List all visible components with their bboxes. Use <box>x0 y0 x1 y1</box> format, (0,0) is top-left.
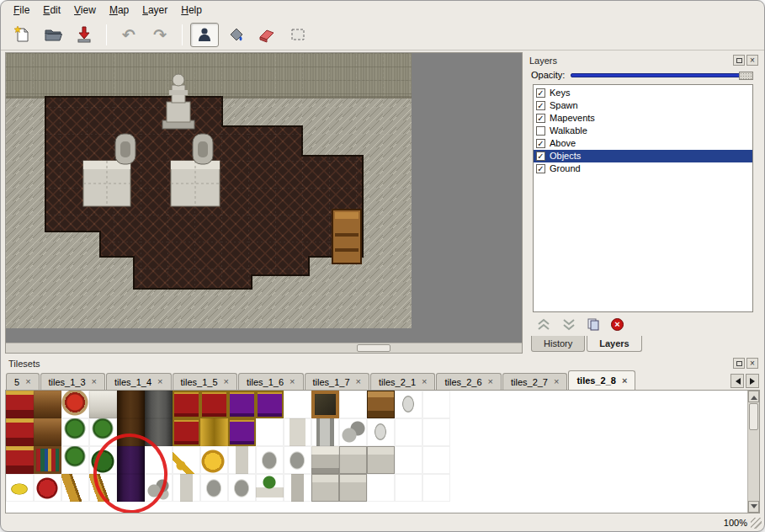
tab-close-icon[interactable]: × <box>622 376 627 386</box>
tab-close-icon[interactable]: × <box>290 377 295 386</box>
tile-curtain[interactable] <box>200 418 228 446</box>
visibility-checkbox[interactable]: ✓ <box>536 101 545 110</box>
scroll-up-button[interactable] <box>748 391 759 402</box>
layer-row-walkable[interactable]: Walkable <box>534 125 752 137</box>
tile-fruit[interactable] <box>61 391 89 418</box>
tab-close-icon[interactable]: × <box>488 377 493 386</box>
tile-loom[interactable] <box>34 418 61 446</box>
opacity-slider-handle[interactable] <box>739 72 753 80</box>
layer-row-keys[interactable]: ✓ Keys <box>534 87 752 99</box>
tab-close-icon[interactable]: × <box>224 377 229 386</box>
tile-banner-red[interactable] <box>6 418 34 446</box>
layer-row-objects[interactable]: ✓ Objects <box>534 150 752 162</box>
tile-throne-red[interactable] <box>173 391 200 418</box>
new-file-button[interactable] <box>8 23 36 47</box>
redo-button[interactable]: ↷ <box>146 23 174 47</box>
tileset-tab[interactable]: 5 × <box>6 373 40 390</box>
tile-blank[interactable] <box>339 391 367 418</box>
tile-banner-red[interactable] <box>6 391 34 418</box>
tile-gargoyle[interactable] <box>228 474 256 502</box>
tile-blank[interactable] <box>395 418 422 446</box>
tab-close-icon[interactable]: × <box>422 377 427 386</box>
scroll-tabs-left-button[interactable] <box>730 374 744 388</box>
tileset-tab[interactable]: tiles_2_7 × <box>502 373 567 390</box>
tile-blank[interactable] <box>422 418 450 446</box>
tile-chest[interactable] <box>367 391 395 418</box>
layer-row-mapevents[interactable]: ✓ Mapevents <box>534 112 752 125</box>
tile-tomb[interactable] <box>311 446 339 474</box>
tile-blank[interactable] <box>422 474 450 502</box>
tileset-tab[interactable]: tiles_1_4 × <box>106 373 171 390</box>
scrollbar-thumb[interactable] <box>749 403 758 430</box>
tile-gargoyle[interactable] <box>200 474 228 502</box>
tile-door-gray[interactable] <box>145 418 173 446</box>
visibility-checkbox[interactable]: ✓ <box>536 88 545 98</box>
tile-door-purple[interactable] <box>117 474 145 502</box>
tileset-vertical-scrollbar[interactable] <box>747 391 759 513</box>
layer-row-ground[interactable]: ✓ Ground <box>534 162 752 175</box>
tile-throne-purple[interactable] <box>256 391 284 418</box>
scroll-down-button[interactable] <box>748 501 759 513</box>
tile-bush[interactable] <box>89 446 117 474</box>
scrollbar-thumb[interactable] <box>357 344 390 352</box>
map-horizontal-scrollbar[interactable] <box>6 343 522 353</box>
open-button[interactable] <box>39 23 67 47</box>
visibility-checkbox[interactable]: ✓ <box>536 139 545 148</box>
tile-pedestal[interactable] <box>284 474 311 502</box>
menu-help[interactable]: Help <box>175 3 208 18</box>
close-icon[interactable]: × <box>746 55 758 66</box>
tile-blank[interactable] <box>395 446 422 474</box>
tile-planter[interactable] <box>256 474 284 502</box>
tab-close-icon[interactable]: × <box>554 377 559 386</box>
tileset-tab[interactable]: tiles_1_6 × <box>238 373 303 390</box>
tile-door-brown[interactable] <box>117 418 145 446</box>
fill-tool-button[interactable] <box>221 23 250 47</box>
tileset-tab[interactable]: tiles_2_1 × <box>370 373 435 390</box>
tile-gargoyle[interactable] <box>284 446 311 474</box>
tile-rocks[interactable] <box>145 474 173 502</box>
tileset-tab[interactable]: tiles_2_6 × <box>436 373 501 390</box>
move-layer-down-button[interactable] <box>561 318 576 331</box>
tile-horn[interactable] <box>89 474 117 502</box>
tab-close-icon[interactable]: × <box>356 377 361 386</box>
menu-edit[interactable]: Edit <box>37 3 66 18</box>
menu-file[interactable]: File <box>8 3 35 18</box>
tile-gold[interactable] <box>200 446 228 474</box>
layer-row-spawn[interactable]: ✓ Spawn <box>534 99 752 112</box>
tile-door-gray[interactable] <box>145 391 173 418</box>
tile-armor-pile[interactable] <box>339 418 367 446</box>
scroll-tabs-right-button[interactable] <box>746 374 759 388</box>
tile-plant[interactable] <box>61 446 89 474</box>
menu-layer[interactable]: Layer <box>136 3 173 18</box>
tile-horn[interactable] <box>61 474 89 502</box>
tile-blank[interactable] <box>422 446 450 474</box>
select-tool-button[interactable] <box>284 23 312 47</box>
visibility-checkbox[interactable] <box>536 126 545 136</box>
tileset-grid[interactable] <box>6 391 450 502</box>
tile-frame[interactable] <box>311 391 339 418</box>
tile-blank[interactable] <box>145 446 173 474</box>
resize-grip[interactable] <box>751 518 762 529</box>
tile-cushion[interactable] <box>34 474 61 502</box>
tile-loom[interactable] <box>34 391 61 418</box>
close-icon[interactable]: × <box>746 358 758 369</box>
tileset-tab-active[interactable]: tiles_2_8 × <box>568 370 635 390</box>
map-canvas[interactable] <box>6 53 522 343</box>
tab-close-icon[interactable]: × <box>157 377 162 386</box>
eraser-tool-button[interactable] <box>252 23 281 47</box>
duplicate-layer-button[interactable] <box>587 317 601 332</box>
tile-plant[interactable] <box>61 418 89 446</box>
menu-view[interactable]: View <box>68 3 102 18</box>
tile-blank[interactable] <box>284 391 311 418</box>
visibility-checkbox[interactable]: ✓ <box>536 164 545 173</box>
tile-books[interactable] <box>34 446 61 474</box>
tile-table[interactable] <box>89 391 117 418</box>
opacity-slider[interactable] <box>571 71 753 79</box>
tab-close-icon[interactable]: × <box>92 377 97 386</box>
tile-statue[interactable] <box>228 446 256 474</box>
tile-banner-red[interactable] <box>6 446 34 474</box>
move-layer-up-button[interactable] <box>536 318 551 331</box>
layer-row-above[interactable]: ✓ Above <box>534 137 752 150</box>
tile-plant[interactable] <box>89 418 117 446</box>
tile-key[interactable] <box>173 446 200 474</box>
